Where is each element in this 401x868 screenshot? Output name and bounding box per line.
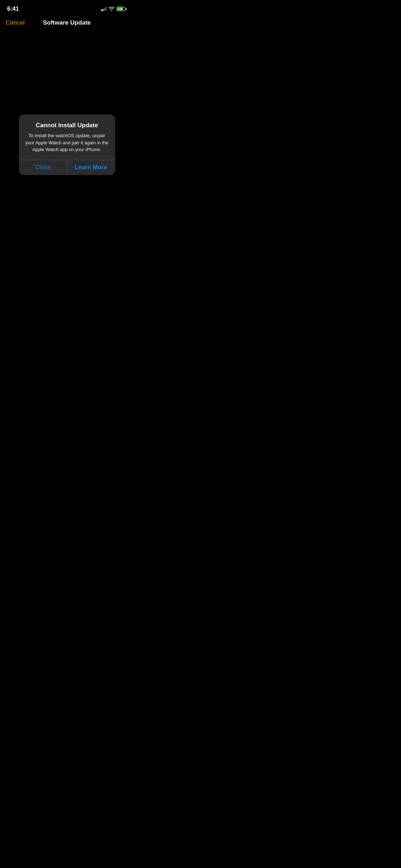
signal-bar-2 xyxy=(102,9,103,11)
alert-buttons: Close Learn More xyxy=(19,160,115,175)
signal-bar-1 xyxy=(101,10,102,11)
alert-content: Cannot Install Update To install the wat… xyxy=(19,114,115,160)
main-content: Cannot Install Update To install the wat… xyxy=(0,31,134,289)
status-time: 6:41 xyxy=(7,5,19,12)
nav-bar: Cancel Software Update xyxy=(0,16,134,31)
learn-more-button[interactable]: Learn More xyxy=(67,160,115,175)
battery-tip xyxy=(126,8,127,10)
battery-icon: ⚡ xyxy=(117,7,127,11)
battery-bolt-icon: ⚡ xyxy=(119,7,123,11)
alert-title: Cannot Install Update xyxy=(25,122,109,129)
cancel-button[interactable]: Cancel xyxy=(6,19,25,26)
wifi-icon xyxy=(109,7,114,11)
signal-bar-3 xyxy=(104,8,105,11)
status-bar: 6:41 ⚡ xyxy=(0,0,134,16)
page-title: Software Update xyxy=(43,19,91,26)
close-button[interactable]: Close xyxy=(19,160,67,175)
status-icons: ⚡ xyxy=(101,7,127,11)
signal-icon xyxy=(101,7,107,11)
alert-dialog: Cannot Install Update To install the wat… xyxy=(19,114,115,175)
alert-message: To install the watchOS update, unpair yo… xyxy=(25,132,109,153)
battery-body: ⚡ xyxy=(117,7,125,11)
signal-bar-4 xyxy=(106,7,107,11)
